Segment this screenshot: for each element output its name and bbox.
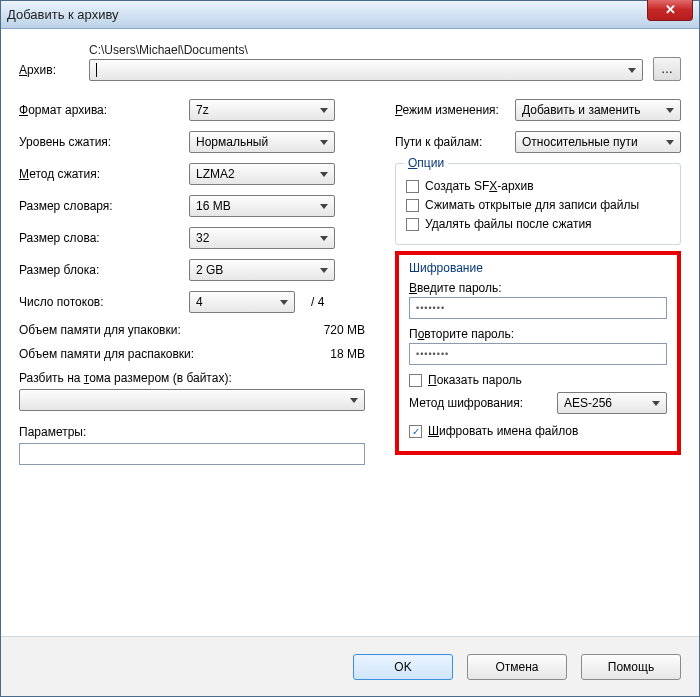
split-label: Разбить на тома размером (в байтах): xyxy=(19,371,365,385)
encryption-title: Шифрование xyxy=(409,261,667,275)
cancel-button[interactable]: Отмена xyxy=(467,654,567,680)
word-select[interactable]: 32 xyxy=(189,227,335,249)
method-select[interactable]: LZMA2 xyxy=(189,163,335,185)
enc-method-select[interactable]: AES-256 xyxy=(557,392,667,414)
options-title: Опции xyxy=(404,156,448,170)
opt-sfx[interactable]: Создать SFX-архив xyxy=(406,179,670,193)
ellipsis-icon: … xyxy=(661,62,673,76)
dict-select[interactable]: 16 MB xyxy=(189,195,335,217)
params-label: Параметры: xyxy=(19,425,365,439)
archive-path: C:\Users\Michael\Documents\ xyxy=(89,43,643,57)
help-button[interactable]: Помощь xyxy=(581,654,681,680)
window-title: Добавить к архиву xyxy=(7,7,119,22)
password-input[interactable]: ••••••• xyxy=(409,297,667,319)
level-label: Уровень сжатия: xyxy=(19,135,189,149)
block-label: Размер блока: xyxy=(19,263,189,277)
paths-select[interactable]: Относительные пути xyxy=(515,131,681,153)
opt-delete[interactable]: Удалять файлы после сжатия xyxy=(406,217,670,231)
word-label: Размер слова: xyxy=(19,231,189,245)
threads-label: Число потоков: xyxy=(19,295,189,309)
mem-unpack-label: Объем памяти для распаковки: xyxy=(19,347,330,361)
browse-button[interactable]: … xyxy=(653,57,681,81)
encryption-group: Шифрование Введите пароль: ••••••• Повто… xyxy=(395,251,681,455)
checkbox-icon xyxy=(406,199,419,212)
right-column: Режим изменения: Добавить и заменить Пут… xyxy=(395,99,681,465)
threads-select[interactable]: 4 xyxy=(189,291,295,313)
encrypt-names-check[interactable]: ✓ Шифровать имена файлов xyxy=(409,424,667,438)
dict-label: Размер словаря: xyxy=(19,199,189,213)
mem-unpack-value: 18 MB xyxy=(330,347,365,361)
dialog-window: Добавить к архиву ✕ ААрхив:рхив: C:\User… xyxy=(0,0,700,697)
format-label: Формат архива: xyxy=(19,103,189,117)
options-group: Опции Создать SFX-архив Сжимать открытые… xyxy=(395,163,681,245)
mem-pack-label: Объем памяти для упаковки: xyxy=(19,323,324,337)
password-repeat-input[interactable]: •••••••• xyxy=(409,343,667,365)
enc-method-label: Метод шифрования: xyxy=(409,396,547,410)
mode-label: Режим изменения: xyxy=(395,103,505,117)
params-input[interactable] xyxy=(19,443,365,465)
split-combo[interactable] xyxy=(19,389,365,411)
pw2-label: Повторите пароль: xyxy=(409,327,667,341)
block-select[interactable]: 2 GB xyxy=(189,259,335,281)
threads-max: / 4 xyxy=(311,295,324,309)
checkbox-checked-icon: ✓ xyxy=(409,425,422,438)
archive-combo[interactable] xyxy=(89,59,643,81)
method-label: Метод сжатия: xyxy=(19,167,189,181)
content-area: ААрхив:рхив: C:\Users\Michael\Documents\… xyxy=(1,29,699,473)
checkbox-icon xyxy=(406,180,419,193)
checkbox-icon xyxy=(406,218,419,231)
level-select[interactable]: Нормальный xyxy=(189,131,335,153)
show-password-check[interactable]: Показать пароль xyxy=(409,373,667,387)
mem-pack-value: 720 MB xyxy=(324,323,365,337)
button-bar: OK Отмена Помощь xyxy=(1,636,699,696)
paths-label: Пути к файлам: xyxy=(395,135,505,149)
pw-label: Введите пароль: xyxy=(409,281,667,295)
archive-row: ААрхив:рхив: C:\Users\Michael\Documents\… xyxy=(19,43,681,81)
close-button[interactable]: ✕ xyxy=(647,0,693,21)
format-select[interactable]: 7z xyxy=(189,99,335,121)
ok-button[interactable]: OK xyxy=(353,654,453,680)
archive-label: ААрхив:рхив: xyxy=(19,63,79,81)
close-icon: ✕ xyxy=(665,2,676,17)
checkbox-icon xyxy=(409,374,422,387)
titlebar: Добавить к архиву ✕ xyxy=(1,1,699,29)
opt-shared[interactable]: Сжимать открытые для записи файлы xyxy=(406,198,670,212)
left-column: Формат архива: 7z Уровень сжатия: Нормал… xyxy=(19,99,365,465)
mode-select[interactable]: Добавить и заменить xyxy=(515,99,681,121)
